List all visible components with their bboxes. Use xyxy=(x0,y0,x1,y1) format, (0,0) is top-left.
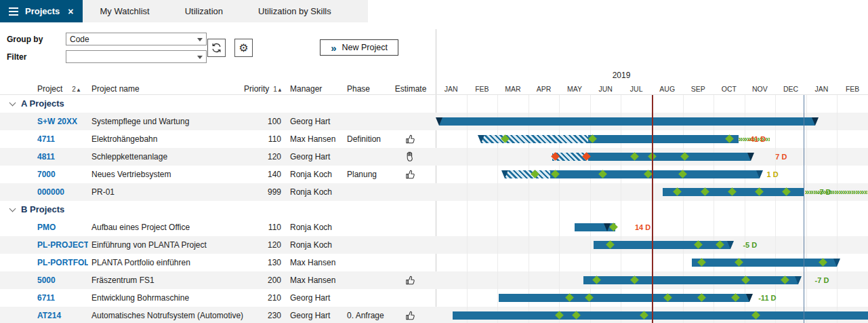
priority-value: 120 xyxy=(244,148,281,166)
settings-button[interactable]: ⚙ xyxy=(234,39,253,57)
gantt-bar-planned[interactable] xyxy=(481,135,588,143)
col-header-estimate[interactable]: Estimate xyxy=(386,83,436,95)
month-gridline xyxy=(714,95,714,323)
new-project-button[interactable]: » New Project xyxy=(320,39,398,56)
group-row[interactable]: A Projects xyxy=(0,95,868,113)
project-id-link[interactable]: PL-PORTFOLIO xyxy=(0,254,88,271)
month-gridline xyxy=(529,95,529,323)
tab-my-watchlist[interactable]: My Watchlist xyxy=(83,0,167,22)
col-header-manager[interactable]: Manager xyxy=(281,83,341,95)
table-row[interactable]: AT214Automatisches Notrufsystem (Automot… xyxy=(0,307,868,323)
gantt-bar[interactable] xyxy=(499,294,749,302)
gantt-bar[interactable] xyxy=(439,117,815,126)
priority-value: 140 xyxy=(244,166,281,183)
table-row[interactable]: 000000PR-01999Ronja Koch»»»»»»»»»»»»»»»»… xyxy=(0,183,868,201)
project-id-link[interactable]: 6711 xyxy=(0,289,88,307)
gantt-bar[interactable] xyxy=(550,170,760,178)
project-id-link[interactable]: 4711 xyxy=(0,130,88,148)
month-label: MAY xyxy=(559,83,590,95)
month-label: AUG xyxy=(652,83,683,95)
phase-value xyxy=(341,254,386,271)
baseline-line xyxy=(804,95,804,323)
table-row[interactable]: PL-PROJECTEinführung von PLANTA Project1… xyxy=(0,236,868,254)
hamburger-menu-icon[interactable] xyxy=(9,7,18,16)
table-row[interactable]: PMOAufbau eines Project Office110Ronja K… xyxy=(0,218,868,236)
estimate-cell xyxy=(386,183,436,201)
close-icon[interactable]: × xyxy=(68,6,73,17)
tab-utilization-by-skills[interactable]: Utilization by Skills xyxy=(241,0,349,22)
table-row[interactable]: 6711Entwicklung Bohrmaschine210Georg Har… xyxy=(0,289,868,307)
gantt-bar[interactable] xyxy=(588,135,739,143)
month-gridline xyxy=(621,95,621,323)
col-header-phase[interactable]: Phase xyxy=(341,83,386,95)
project-id-link[interactable]: S+W 20XX xyxy=(0,113,88,130)
chevron-down-icon xyxy=(197,38,203,41)
col-header-project[interactable]: Project2▲ xyxy=(0,83,88,95)
gantt-bar[interactable] xyxy=(453,311,868,320)
thumbs-up-icon[interactable] xyxy=(405,169,416,180)
estimate-cell[interactable] xyxy=(386,166,436,183)
thumbs-up-icon[interactable] xyxy=(405,275,416,286)
thumbs-up-icon[interactable] xyxy=(405,310,416,321)
bar-end-marker xyxy=(746,294,753,302)
table-row[interactable]: 4811Schleppkettenanlage120Georg Hart7 D xyxy=(0,148,868,166)
phase-value: Definition xyxy=(341,130,386,148)
month-label: APR xyxy=(529,83,560,95)
gantt-bar-planned[interactable] xyxy=(505,170,550,178)
tab-utilization[interactable]: Utilization xyxy=(167,0,241,22)
manager-value: Ronja Koch xyxy=(281,183,341,201)
filter-select[interactable] xyxy=(66,50,207,63)
table-row[interactable]: 7000Neues Vertriebsystem140Ronja KochPla… xyxy=(0,166,868,183)
bar-end-marker xyxy=(436,117,442,126)
project-name: Automatisches Notrufsystem (Automotive) xyxy=(88,307,244,323)
month-label: FEB xyxy=(837,83,868,95)
thumbs-up-icon[interactable] xyxy=(405,134,416,145)
bar-end-marker xyxy=(478,135,484,143)
table-row[interactable]: 5000Fräszentrum FS1200Max Hansen-7 D xyxy=(0,271,868,289)
project-id-link[interactable]: 5000 xyxy=(0,271,88,289)
delay-label: 14 D xyxy=(635,218,650,236)
phase-value xyxy=(341,236,386,254)
gantt-bar[interactable] xyxy=(692,259,838,267)
col-header-name[interactable]: Project name xyxy=(88,83,244,95)
month-label: FEB xyxy=(467,83,498,95)
estimate-cell[interactable] xyxy=(386,148,436,166)
gantt-bar[interactable] xyxy=(588,153,751,161)
project-id-link[interactable]: 000000 xyxy=(0,183,88,201)
month-label: JUL xyxy=(621,83,652,95)
project-id-link[interactable]: PMO xyxy=(0,218,88,236)
phase-value xyxy=(341,271,386,289)
month-label: OCT xyxy=(714,83,745,95)
estimate-cell[interactable] xyxy=(386,130,436,148)
table-row[interactable]: PL-PORTFOLIOPLANTA Portfolio einführen13… xyxy=(0,254,868,271)
manager-value: Max Hansen xyxy=(281,271,341,289)
manager-value: Ronja Koch xyxy=(281,218,341,236)
group-by-select[interactable]: Code xyxy=(66,33,207,45)
hand-icon[interactable] xyxy=(405,151,416,162)
estimate-cell xyxy=(386,289,436,307)
gantt-bar[interactable] xyxy=(583,276,798,284)
month-gridline xyxy=(559,95,560,323)
project-id-link[interactable]: 7000 xyxy=(0,166,88,183)
delay-label: -7 D xyxy=(817,183,831,201)
group-by-value: Code xyxy=(70,35,89,44)
tab-projects-active[interactable]: Projects × xyxy=(0,0,83,22)
month-gridline xyxy=(497,95,498,323)
group-row[interactable]: B Projects xyxy=(0,201,868,218)
table-row[interactable]: 4711Elektrohängebahn110Max HansenDefinit… xyxy=(0,130,868,148)
delay-label: -7 D xyxy=(815,271,829,289)
project-id-link[interactable]: PL-PROJECT xyxy=(0,236,88,254)
sort-indicator: 2▲ xyxy=(72,86,81,93)
delay-label: -5 D xyxy=(743,236,757,254)
chevron-down-icon[interactable] xyxy=(9,100,16,107)
table-row[interactable]: S+W 20XXSystempflege und Wartung100Georg… xyxy=(0,113,868,130)
col-header-label: Project xyxy=(37,84,62,94)
col-header-priority[interactable]: Priority1▲ xyxy=(244,83,281,95)
refresh-button[interactable] xyxy=(207,39,226,57)
project-id-link[interactable]: AT214 xyxy=(0,307,88,323)
chevron-down-icon[interactable] xyxy=(9,206,16,212)
estimate-cell[interactable] xyxy=(386,307,436,323)
estimate-cell[interactable] xyxy=(386,271,436,289)
double-chevron-icon: » xyxy=(331,43,336,53)
project-id-link[interactable]: 4811 xyxy=(0,148,88,166)
